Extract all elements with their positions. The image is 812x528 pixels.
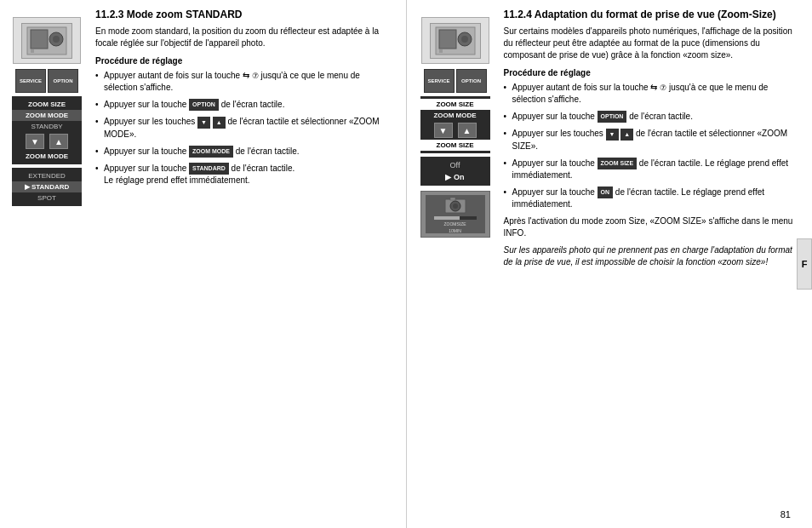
- right-menu-panel: ZOOM SIZE ZOOM MODE ▼ ▲ ZOOM SIZE: [420, 96, 490, 153]
- svg-rect-1: [31, 30, 48, 49]
- right-diagram: SERVICE OPTION ZOOM SIZE ZOOM MODE ▼ ▲ Z…: [417, 17, 494, 519]
- sub-standard: ▶ STANDARD: [12, 181, 82, 192]
- menu-standby: STANDBY: [12, 121, 82, 132]
- option-btn-inline: OPTION: [189, 99, 219, 111]
- off-item: Off: [420, 159, 490, 171]
- left-bullet-2: Appuyer sur la touche OPTION de l'écran …: [95, 99, 396, 111]
- right-bullet-5: Appuyer sur la touche ON de l'écran tact…: [504, 187, 804, 210]
- sub-extended: EXTENDED: [12, 170, 82, 181]
- right-after-text: Après l'activation du mode zoom Size, «Z…: [504, 215, 804, 239]
- right-procedure-label: Procédure de réglage: [504, 68, 804, 77]
- zoom-mode-btn-inline: ZOOM MODE: [189, 146, 233, 158]
- right-bullet-3: Appuyer sur les touches ▼ ▲ de l'écran t…: [504, 128, 804, 152]
- right-option-icon-box: OPTION: [456, 69, 487, 93]
- left-procedure-label: Procédure de réglage: [95, 56, 396, 66]
- right-note2: Sur les appareils photo qui ne prennent …: [504, 244, 804, 268]
- center-divider: [406, 0, 407, 528]
- right-content: 11.2.4 Adaptation du format de prise de …: [500, 9, 804, 519]
- svg-point-8: [461, 36, 468, 43]
- service-icon-label: SERVICE: [20, 78, 42, 83]
- page-container: SERVICE OPTION ZOOM SIZE ZOOM MODE STAND…: [0, 0, 812, 528]
- icon-row: SERVICE OPTION: [15, 69, 78, 93]
- menu-zoom-mode-label: ZOOM MODE: [12, 151, 82, 162]
- right-menu-arrows: ▼ ▲: [420, 121, 490, 140]
- camera-svg: [443, 196, 467, 215]
- svg-point-12: [453, 204, 458, 209]
- option-icon-label: OPTION: [53, 78, 72, 83]
- right-arrow-down-btn[interactable]: ▼: [434, 123, 453, 138]
- display-zoomsize-label: ZOOMSIZE: [443, 221, 466, 227]
- on-item: On: [420, 171, 490, 183]
- up-btn-inline: ▲: [213, 117, 226, 129]
- standard-btn-inline: STANDARD: [189, 163, 229, 175]
- right-device-svg: [434, 26, 477, 56]
- right-device-illustration: [421, 17, 489, 64]
- sub-spot: SPOT: [12, 192, 82, 204]
- left-diagram: SERVICE OPTION ZOOM SIZE ZOOM MODE STAND…: [9, 17, 85, 519]
- right-menu-zoom-mode: ZOOM MODE: [420, 110, 490, 121]
- left-section: SERVICE OPTION ZOOM SIZE ZOOM MODE STAND…: [0, 0, 404, 528]
- left-section-title: 11.2.3 Mode zoom STANDARD: [95, 9, 396, 20]
- option-icon-box: OPTION: [48, 69, 78, 93]
- arrow-down-btn[interactable]: ▼: [26, 134, 44, 149]
- display-bar-fill: [434, 216, 460, 220]
- svg-rect-9: [439, 49, 443, 53]
- page-number: 81: [781, 509, 791, 519]
- right-bullet-2: Appuyer sur la touche OPTION de l'écran …: [504, 111, 804, 123]
- f-tab: F: [797, 238, 812, 290]
- left-bullet-3: Appuyer sur les touches ▼ ▲ de l'écran t…: [95, 116, 396, 140]
- display-bar: [434, 216, 477, 220]
- display-inner: ZOOMSIZE 10MIN: [426, 195, 485, 233]
- device-svg: [26, 26, 68, 56]
- arrow-up-btn[interactable]: ▲: [49, 134, 68, 149]
- bottom-display: ZOOMSIZE 10MIN: [420, 191, 490, 238]
- device-illustration-top: [13, 17, 81, 64]
- left-bullet-1: Appuyer autant de fois sur la touche ⇆ ⑦…: [95, 70, 396, 94]
- menu-zoom-size: ZOOM SIZE: [12, 99, 82, 110]
- right-section: SERVICE OPTION ZOOM SIZE ZOOM MODE ▼ ▲ Z…: [409, 0, 813, 528]
- svg-rect-13: [450, 198, 455, 200]
- menu-zoom-mode: ZOOM MODE: [12, 110, 82, 121]
- left-submenu-panel: EXTENDED ▶ STANDARD SPOT: [12, 168, 82, 206]
- right-intro: Sur certains modèles d'appareils photo n…: [504, 26, 804, 61]
- right-bullet-4: Appuyer sur la touche ZOOM SIZE de l'écr…: [504, 158, 804, 181]
- right-icon-row: SERVICE OPTION: [424, 69, 487, 93]
- left-intro: En mode zoom standard, la position du zo…: [95, 26, 396, 49]
- service-icon-box: SERVICE: [15, 69, 46, 93]
- menu-arrows: ▼ ▲: [12, 132, 82, 151]
- right-service-icon-box: SERVICE: [424, 69, 455, 93]
- left-bullet-5: Appuyer sur la touche STANDARD de l'écra…: [95, 163, 396, 187]
- right-arrow-up-btn[interactable]: ▲: [458, 123, 477, 138]
- right-menu-zoom-size: ZOOM SIZE: [420, 99, 490, 110]
- left-bullet-4: Appuyer sur la touche ZOOM MODE de l'écr…: [95, 146, 396, 158]
- right-menu-zoom-size-2: ZOOM SIZE: [420, 140, 490, 151]
- down-btn-inline: ▼: [197, 117, 210, 129]
- right-up-btn-inline: ▲: [620, 129, 633, 141]
- svg-point-3: [53, 36, 60, 43]
- right-section-title: 11.2.4 Adaptation du format de prise de …: [504, 9, 804, 20]
- device-inner: [21, 23, 72, 59]
- right-device-inner: [430, 23, 481, 59]
- right-down-btn-inline: ▼: [606, 129, 619, 141]
- display-time: 10MIN: [449, 228, 461, 233]
- svg-rect-6: [439, 30, 456, 49]
- on-btn-inline: ON: [598, 187, 614, 198]
- off-on-panel: Off On: [420, 157, 490, 186]
- right-option-btn-inline: OPTION: [598, 111, 627, 123]
- left-content: 11.2.3 Mode zoom STANDARD En mode zoom s…: [92, 9, 396, 519]
- zoom-size-btn-inline: ZOOM SIZE: [598, 158, 638, 169]
- right-bullet-1: Appuyer autant de fois sur la touche ⇆ ⑦…: [504, 82, 804, 106]
- svg-rect-4: [31, 49, 34, 53]
- right-option-icon-label: OPTION: [461, 78, 481, 83]
- right-service-icon-label: SERVICE: [427, 78, 449, 83]
- left-menu-panel: ZOOM SIZE ZOOM MODE STANDBY ▼ ▲ ZOOM MOD…: [12, 96, 82, 164]
